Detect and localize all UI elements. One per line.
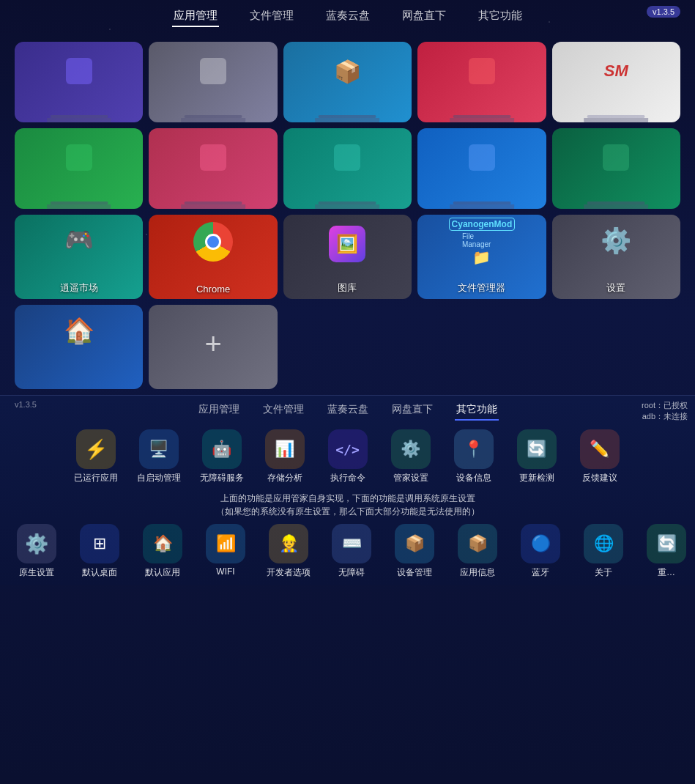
running-apps-icon: ⚡ bbox=[76, 429, 116, 469]
func-exec-cmd[interactable]: </> 执行命令 bbox=[319, 429, 377, 484]
tab-file-manage[interactable]: 文件管理 bbox=[248, 6, 295, 27]
func-label-exec-cmd: 执行命令 bbox=[330, 472, 365, 484]
bottom-nav: 应用管理 文件管理 蓝奏云盘 网盘直下 其它功能 root：已授权 adb：未连… bbox=[0, 396, 695, 425]
tab-cloud[interactable]: 蓝奏云盘 bbox=[324, 6, 371, 27]
app-card-home[interactable]: 🏠 bbox=[15, 305, 143, 389]
sys-reboot[interactable]: 🔄 重… bbox=[637, 524, 695, 579]
reboot-icon: 🔄 bbox=[647, 524, 686, 563]
func-accessibility[interactable]: 🤖 无障碍服务 bbox=[193, 429, 251, 484]
tab-other[interactable]: 其它功能 bbox=[477, 6, 524, 27]
func-label-autostart: 自启动管理 bbox=[137, 472, 181, 484]
sys-label-launcher: 默认桌面 bbox=[82, 566, 117, 579]
sys-native-settings[interactable]: ⚙️ 原生设置 bbox=[7, 524, 66, 579]
app-label-gallery: 图库 bbox=[338, 281, 357, 295]
sys-default-launcher[interactable]: ⊞ 默认桌面 bbox=[70, 524, 129, 579]
notice-text: 上面的功能是应用管家自身实现，下面的功能是调用系统原生设置 （如果您的系统没有原… bbox=[0, 489, 695, 521]
func-label-storage: 存储分析 bbox=[267, 472, 302, 484]
app-card-xiao[interactable]: 🎮 逍遥市场 bbox=[15, 215, 143, 299]
root-status: root：已授权 bbox=[642, 400, 688, 411]
accessibility2-icon: ⌨️ bbox=[332, 524, 371, 563]
sys-bluetooth[interactable]: 🔵 蓝牙 bbox=[511, 524, 570, 579]
manager-settings-icon: ⚙️ bbox=[391, 429, 431, 469]
about-icon: 🌐 bbox=[584, 524, 623, 563]
developer-icon: 👷 bbox=[269, 524, 308, 563]
top-nav: 应用管理 文件管理 蓝奏云盘 网盘直下 其它功能 v1.3.5 bbox=[0, 0, 695, 33]
sys-label-about: 关于 bbox=[595, 566, 612, 579]
sys-label-bluetooth: 蓝牙 bbox=[532, 566, 549, 579]
app-card-2[interactable] bbox=[149, 42, 277, 122]
accessibility-icon: 🤖 bbox=[202, 429, 242, 469]
app-card-gallery[interactable]: 🖼️ 图库 bbox=[283, 215, 412, 299]
app-card-7[interactable] bbox=[149, 128, 277, 209]
root-adb-info: root：已授权 adb：未连接 bbox=[642, 400, 688, 422]
func-grid: ⚡ 已运行应用 🖥️ 自启动管理 🤖 无障碍服务 📊 存储分析 </> bbox=[0, 425, 695, 489]
func-label-update: 更新检测 bbox=[519, 472, 554, 484]
app-card-3[interactable]: 📦 bbox=[283, 42, 412, 122]
exec-cmd-icon: </> bbox=[328, 429, 368, 469]
app-card-settings[interactable]: ⚙️ 设置 bbox=[552, 215, 680, 299]
btab-file-manage[interactable]: 文件管理 bbox=[261, 400, 305, 421]
app-card-filemanager[interactable]: CyanogenMod File Manager 📁 文件管理器 bbox=[417, 215, 546, 299]
sys-label-default-apps: 默认应用 bbox=[145, 566, 180, 579]
sys-wifi[interactable]: 📶 WIFI bbox=[196, 524, 255, 579]
sys-grid: ⚙️ 原生设置 ⊞ 默认桌面 🏠 默认应用 📶 WIFI 👷 开 bbox=[0, 521, 695, 585]
sys-label-accessibility2: 无障碍 bbox=[338, 566, 365, 579]
tab-netdisk[interactable]: 网盘直下 bbox=[401, 6, 447, 27]
app-card-chrome[interactable]: Chrome bbox=[149, 215, 277, 299]
bluetooth-icon: 🔵 bbox=[521, 524, 560, 563]
feedback-icon: ✏️ bbox=[580, 429, 620, 469]
version-badge: v1.3.5 bbox=[647, 6, 680, 18]
app-label-chrome: Chrome bbox=[196, 284, 230, 295]
bottom-panel: 应用管理 文件管理 蓝奏云盘 网盘直下 其它功能 root：已授权 adb：未连… bbox=[0, 395, 695, 585]
app-card-8[interactable] bbox=[283, 128, 412, 209]
sys-label-device-manager: 设备管理 bbox=[397, 566, 432, 579]
func-storage[interactable]: 📊 存储分析 bbox=[256, 429, 314, 484]
sys-label-wifi: WIFI bbox=[216, 566, 234, 577]
notice-line2: （如果您的系统没有原生设置，那么下面大部分功能是无法使用的） bbox=[7, 505, 688, 518]
func-label-device-info: 设备信息 bbox=[456, 472, 491, 484]
sys-label-dev: 开发者选项 bbox=[267, 566, 311, 579]
btab-netdisk[interactable]: 网盘直下 bbox=[390, 400, 434, 421]
btab-app-manage[interactable]: 应用管理 bbox=[197, 400, 241, 421]
device-manager-icon: 📦 bbox=[395, 524, 434, 563]
func-label-running-apps: 已运行应用 bbox=[74, 472, 118, 484]
app-card-6[interactable] bbox=[15, 128, 143, 209]
func-label-manager-settings: 管家设置 bbox=[393, 472, 428, 484]
sys-developer-options[interactable]: 👷 开发者选项 bbox=[259, 524, 318, 579]
func-label-feedback: 反馈建议 bbox=[582, 472, 617, 484]
adb-status: adb：未连接 bbox=[642, 411, 688, 422]
app-card-5[interactable]: SM bbox=[552, 42, 680, 122]
default-apps-icon: 🏠 bbox=[143, 524, 182, 563]
sys-accessibility2[interactable]: ⌨️ 无障碍 bbox=[322, 524, 381, 579]
sys-default-apps[interactable]: 🏠 默认应用 bbox=[133, 524, 192, 579]
storage-icon: 📊 bbox=[265, 429, 305, 469]
sys-app-info[interactable]: 📦 应用信息 bbox=[448, 524, 507, 579]
app-card-add[interactable]: + bbox=[149, 305, 277, 389]
app-card-10[interactable] bbox=[552, 128, 680, 209]
app-info-icon: 📦 bbox=[458, 524, 497, 563]
top-section: 应用管理 文件管理 蓝奏云盘 网盘直下 其它功能 v1.3.5 bbox=[0, 0, 695, 395]
sys-device-manager[interactable]: 📦 设备管理 bbox=[385, 524, 444, 579]
func-running-apps[interactable]: ⚡ 已运行应用 bbox=[67, 429, 125, 484]
sys-label-app-info: 应用信息 bbox=[460, 566, 495, 579]
app-label-xiaoyao: 逍遥市场 bbox=[60, 281, 98, 295]
func-update[interactable]: 🔄 更新检测 bbox=[508, 429, 566, 484]
func-device-info[interactable]: 📍 设备信息 bbox=[445, 429, 503, 484]
bottom-version: v1.3.5 bbox=[15, 400, 37, 409]
update-icon: 🔄 bbox=[517, 429, 557, 469]
btab-cloud[interactable]: 蓝奏云盘 bbox=[326, 400, 370, 421]
app-card-9[interactable] bbox=[417, 128, 546, 209]
func-autostart[interactable]: 🖥️ 自启动管理 bbox=[130, 429, 188, 484]
app-card-4[interactable] bbox=[417, 42, 546, 122]
wifi-icon: 📶 bbox=[206, 524, 245, 563]
native-settings-icon: ⚙️ bbox=[17, 524, 56, 563]
sys-about[interactable]: 🌐 关于 bbox=[574, 524, 633, 579]
device-info-icon: 📍 bbox=[454, 429, 494, 469]
tab-app-manage[interactable]: 应用管理 bbox=[172, 6, 219, 27]
func-feedback[interactable]: ✏️ 反馈建议 bbox=[571, 429, 629, 484]
app-card-1[interactable] bbox=[15, 42, 143, 122]
func-manager-settings[interactable]: ⚙️ 管家设置 bbox=[382, 429, 440, 484]
top-nav-tabs: 应用管理 文件管理 蓝奏云盘 网盘直下 其它功能 bbox=[172, 6, 524, 27]
app-label-settings: 设置 bbox=[606, 281, 625, 295]
btab-other[interactable]: 其它功能 bbox=[455, 400, 499, 421]
